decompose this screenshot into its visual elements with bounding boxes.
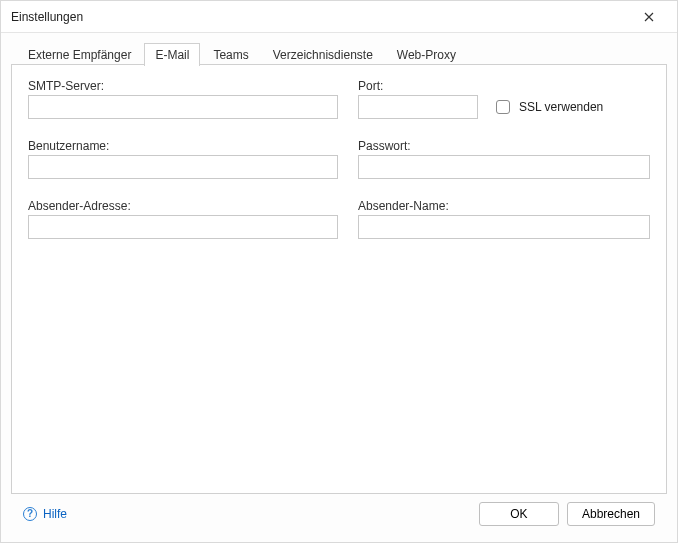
port-label: Port: [358, 79, 650, 93]
titlebar: Einstellungen [1, 1, 677, 33]
smtp-server-input[interactable] [28, 95, 338, 119]
close-button[interactable] [629, 3, 669, 31]
help-label: Hilfe [43, 507, 67, 521]
from-address-label: Absender-Adresse: [28, 199, 338, 213]
ssl-checkbox-label: SSL verwenden [519, 100, 603, 114]
tab-external-recipients[interactable]: Externe Empfänger [17, 43, 142, 66]
tab-web-proxy[interactable]: Web-Proxy [386, 43, 467, 66]
tab-panel-email: SMTP-Server: Port: SSL verwenden [11, 65, 667, 494]
password-label: Passwort: [358, 139, 650, 153]
dialog-footer: ? Hilfe OK Abbrechen [11, 494, 667, 534]
from-name-label: Absender-Name: [358, 199, 650, 213]
ssl-checkbox[interactable]: SSL verwenden [492, 97, 603, 117]
tab-bar: Externe Empfänger E-Mail Teams Verzeichn… [11, 41, 667, 65]
port-input[interactable] [358, 95, 478, 119]
help-icon: ? [23, 507, 37, 521]
window-title: Einstellungen [11, 10, 83, 24]
tab-email[interactable]: E-Mail [144, 43, 200, 66]
username-input[interactable] [28, 155, 338, 179]
from-address-input[interactable] [28, 215, 338, 239]
username-label: Benutzername: [28, 139, 338, 153]
tab-directory-services[interactable]: Verzeichnisdienste [262, 43, 384, 66]
settings-dialog: Einstellungen Externe Empfänger E-Mail T… [0, 0, 678, 543]
close-icon [644, 12, 654, 22]
help-link[interactable]: ? Hilfe [23, 507, 67, 521]
tab-teams[interactable]: Teams [202, 43, 259, 66]
smtp-server-label: SMTP-Server: [28, 79, 338, 93]
dialog-body: Externe Empfänger E-Mail Teams Verzeichn… [1, 33, 677, 542]
ssl-checkbox-input[interactable] [496, 100, 510, 114]
ok-button[interactable]: OK [479, 502, 559, 526]
cancel-button[interactable]: Abbrechen [567, 502, 655, 526]
password-input[interactable] [358, 155, 650, 179]
from-name-input[interactable] [358, 215, 650, 239]
